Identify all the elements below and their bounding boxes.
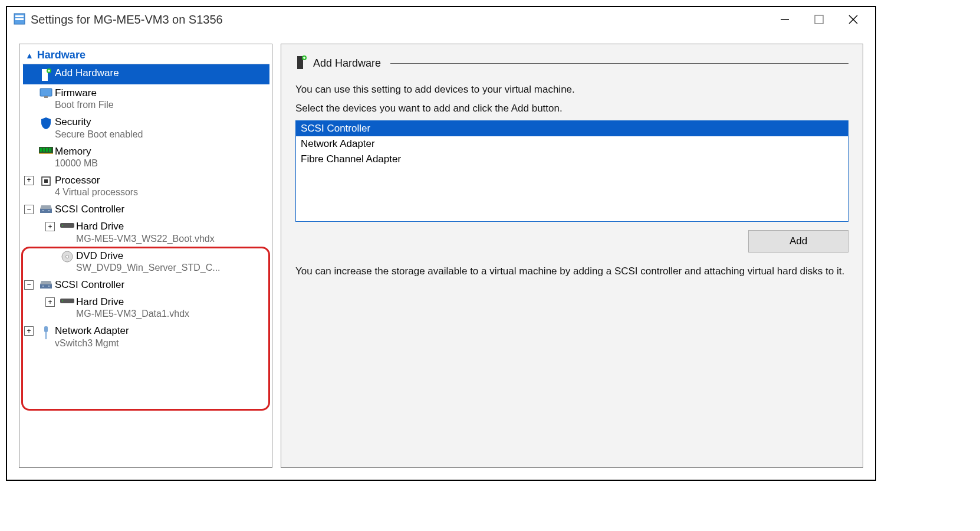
- item-sublabel: 4 Virtual processors: [55, 186, 268, 198]
- shield-icon: [37, 116, 55, 130]
- item-label: Processor: [55, 174, 268, 186]
- svg-rect-11: [40, 88, 52, 96]
- device-option[interactable]: Fibre Channel Adapter: [296, 152, 848, 167]
- item-label: SCSI Controller: [55, 203, 268, 215]
- section-title: Hardware: [37, 49, 85, 61]
- dvd-icon: [58, 250, 76, 263]
- item-label: SCSI Controller: [55, 278, 268, 291]
- svg-point-30: [48, 286, 50, 287]
- svg-point-29: [42, 286, 44, 287]
- left-pane: ▲ Hardware Add HardwareFirmwareBoot from…: [19, 44, 272, 468]
- svg-rect-4: [815, 15, 823, 24]
- tree-item-hd1[interactable]: +Hard DriveMG-ME5-VM3_WS22_Boot.vhdx: [23, 218, 269, 247]
- label-block: Hard DriveMG-ME5-VM3_WS22_Boot.vhdx: [76, 220, 268, 244]
- svg-point-32: [62, 300, 63, 301]
- close-button[interactable]: [844, 11, 862, 28]
- svg-point-22: [42, 210, 44, 211]
- tree-item-scsi1[interactable]: −SCSI Controller: [23, 201, 269, 218]
- item-sublabel: MG-ME5-VM3_Data1.vhdx: [76, 308, 268, 320]
- item-sublabel: Secure Boot enabled: [55, 129, 268, 140]
- item-sublabel: SW_DVD9_Win_Server_STD_C...: [76, 262, 268, 274]
- tree-item-memory[interactable]: Memory10000 MB: [23, 143, 269, 172]
- panel-desc2: Select the devices you want to add and c…: [295, 101, 849, 116]
- expand-icon[interactable]: +: [45, 222, 55, 231]
- item-label: Hard Drive: [76, 220, 268, 232]
- add-button[interactable]: Add: [748, 230, 849, 253]
- item-label: Hard Drive: [76, 296, 268, 308]
- expand-icon[interactable]: +: [24, 176, 34, 185]
- panel-desc3: You can increase the storage available t…: [295, 264, 849, 278]
- item-label: Add Hardware: [55, 67, 268, 79]
- hardware-tree: Add HardwareFirmwareBoot from FileSecuri…: [22, 64, 269, 352]
- tower-add-icon: [37, 67, 55, 82]
- tree-item-hd2[interactable]: +Hard DriveMG-ME5-VM3_Data1.vhdx: [23, 293, 269, 322]
- svg-rect-14: [40, 148, 42, 152]
- button-row: Add: [295, 230, 849, 253]
- hdd-icon: [58, 296, 76, 305]
- label-block: SCSI Controller: [55, 278, 268, 291]
- tower-add-icon: [295, 55, 307, 72]
- tree-item-processor[interactable]: +Processor4 Virtual processors: [23, 172, 269, 201]
- expand-icon[interactable]: +: [45, 297, 55, 307]
- tree-item-scsi2[interactable]: −SCSI Controller: [23, 276, 269, 293]
- panel-heading: Add Hardware: [295, 55, 849, 72]
- panel-title: Add Hardware: [313, 57, 381, 70]
- tree-item-dvd1[interactable]: DVD DriveSW_DVD9_Win_Server_STD_C...: [23, 247, 269, 276]
- tree-item-firmware[interactable]: FirmwareBoot from File: [23, 84, 269, 113]
- item-label: Security: [55, 116, 268, 128]
- svg-rect-17: [49, 148, 51, 152]
- svg-rect-34: [45, 332, 47, 339]
- label-block: SCSI Controller: [55, 203, 268, 215]
- expand-icon[interactable]: +: [24, 326, 34, 336]
- tree-item-add-hardware[interactable]: Add Hardware: [23, 64, 269, 84]
- device-option[interactable]: Network Adapter: [296, 136, 848, 152]
- monitor-icon: [37, 87, 55, 99]
- scsi-icon: [37, 278, 55, 290]
- item-sublabel: 10000 MB: [55, 158, 268, 169]
- item-label: DVD Drive: [76, 250, 268, 262]
- device-list[interactable]: SCSI ControllerNetwork AdapterFibre Chan…: [295, 120, 849, 222]
- svg-rect-33: [44, 326, 48, 332]
- collapse-icon[interactable]: −: [24, 205, 34, 214]
- item-label: Network Adapter: [55, 324, 268, 337]
- svg-rect-15: [43, 148, 45, 152]
- label-block: Memory10000 MB: [55, 145, 268, 169]
- label-block: Add Hardware: [55, 67, 268, 79]
- item-sublabel: MG-ME5-VM3_WS22_Boot.vhdx: [76, 233, 268, 245]
- hardware-section-header[interactable]: ▲ Hardware: [22, 47, 269, 64]
- svg-rect-2: [15, 18, 24, 20]
- label-block: Hard DriveMG-ME5-VM3_Data1.vhdx: [76, 296, 268, 320]
- label-block: FirmwareBoot from File: [55, 87, 268, 111]
- nic-icon: [37, 324, 55, 340]
- label-block: Processor4 Virtual processors: [55, 174, 268, 198]
- settings-window: Settings for MG-ME5-VM3 on S1356 ▲ Hardw…: [6, 6, 876, 481]
- svg-rect-20: [44, 179, 48, 183]
- tree-item-netadapter[interactable]: +Network AdaptervSwitch3 Mgmt: [23, 322, 269, 351]
- collapse-icon[interactable]: −: [24, 280, 34, 290]
- svg-point-27: [66, 255, 69, 258]
- item-sublabel: vSwitch3 Mgmt: [55, 337, 268, 349]
- label-block: SecuritySecure Boot enabled: [55, 116, 268, 140]
- device-option[interactable]: SCSI Controller: [296, 121, 848, 136]
- right-pane: Add Hardware You can use this setting to…: [281, 44, 863, 468]
- item-sublabel: Boot from File: [55, 99, 268, 111]
- label-block: DVD DriveSW_DVD9_Win_Server_STD_C...: [76, 250, 268, 274]
- item-label: Memory: [55, 145, 268, 158]
- svg-rect-16: [46, 148, 48, 152]
- chevron-up-icon: ▲: [25, 51, 34, 60]
- svg-rect-21: [40, 209, 52, 213]
- label-block: Network AdaptervSwitch3 Mgmt: [55, 324, 268, 349]
- maximize-button[interactable]: [810, 11, 828, 28]
- svg-rect-28: [40, 284, 52, 289]
- window-title: Settings for MG-ME5-VM3 on S1356: [31, 13, 776, 27]
- tree-item-security[interactable]: SecuritySecure Boot enabled: [23, 113, 269, 142]
- ram-icon: [37, 145, 55, 155]
- cpu-icon: [37, 174, 55, 187]
- hdd-icon: [58, 220, 76, 230]
- divider: [390, 63, 849, 64]
- svg-point-23: [48, 210, 50, 211]
- svg-rect-12: [44, 96, 48, 98]
- body: ▲ Hardware Add HardwareFirmwareBoot from…: [7, 32, 875, 480]
- minimize-button[interactable]: [776, 11, 794, 28]
- titlebar: Settings for MG-ME5-VM3 on S1356: [7, 7, 875, 32]
